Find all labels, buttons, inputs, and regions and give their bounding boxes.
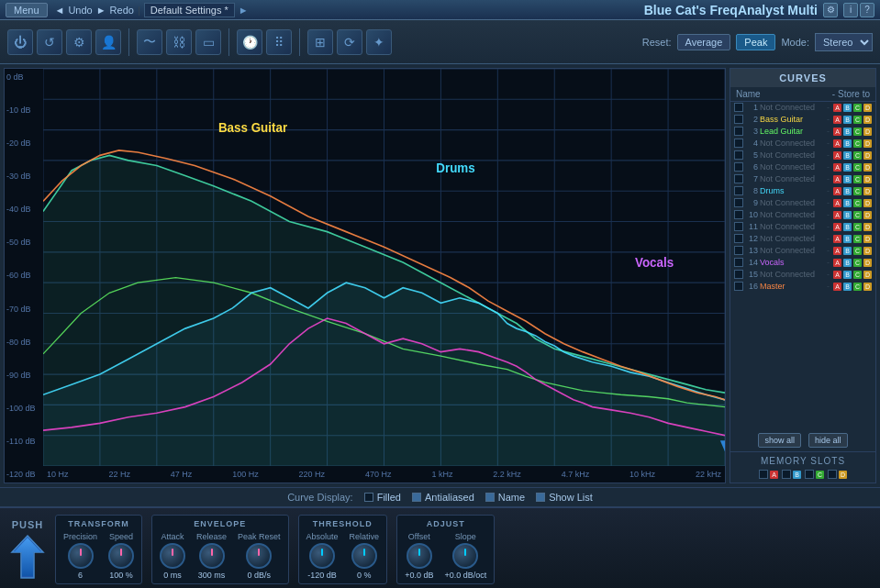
memory-check-b[interactable]	[782, 470, 791, 479]
preset-selector[interactable]: Default Settings *	[144, 3, 235, 17]
memory-b-btn[interactable]: B	[793, 471, 801, 479]
curve-6-d[interactable]: D	[863, 163, 872, 172]
push-button[interactable]	[9, 534, 46, 580]
curve-6-a[interactable]: A	[833, 163, 841, 172]
curve-check-14[interactable]	[734, 258, 743, 267]
curve-3-d[interactable]: D	[863, 128, 872, 136]
memory-a-btn[interactable]: A	[770, 471, 778, 479]
memory-check-c[interactable]	[805, 470, 814, 479]
curve-1-b[interactable]: B	[843, 104, 852, 112]
curve-check-12[interactable]	[734, 234, 743, 243]
curve-11-d[interactable]: D	[863, 223, 872, 231]
peak-button[interactable]: Peak	[736, 34, 775, 50]
dots-icon[interactable]: ⠿	[266, 29, 292, 55]
curve-11-c[interactable]: C	[853, 223, 862, 231]
curve-2-c[interactable]: C	[853, 116, 862, 124]
loop-icon[interactable]: ⟳	[337, 29, 362, 55]
average-button[interactable]: Average	[677, 34, 731, 50]
antialiased-checkbox[interactable]	[412, 493, 421, 502]
help-button[interactable]: ?	[860, 3, 874, 17]
curve-12-d[interactable]: D	[863, 235, 872, 243]
redo-button[interactable]: Redo	[110, 5, 134, 16]
wave-icon[interactable]: 〜	[137, 29, 162, 55]
curve-check-15[interactable]	[734, 270, 743, 279]
curve-1-a[interactable]: A	[833, 104, 841, 112]
curve-check-10[interactable]	[734, 210, 743, 219]
curve-5-b[interactable]: B	[843, 151, 852, 160]
attack-knob[interactable]	[160, 543, 185, 569]
curve-8-a[interactable]: A	[833, 187, 841, 195]
peak-reset-knob[interactable]	[246, 543, 272, 569]
memory-check-d[interactable]	[828, 470, 837, 479]
curve-10-c[interactable]: C	[853, 211, 862, 219]
curve-10-b[interactable]: B	[843, 211, 852, 219]
curve-9-d[interactable]: D	[863, 199, 872, 207]
curve-4-d[interactable]: D	[863, 139, 872, 148]
curve-8-d[interactable]: D	[863, 187, 872, 195]
release-knob[interactable]	[199, 543, 225, 569]
curve-check-7[interactable]	[734, 174, 743, 183]
curve-16-d[interactable]: D	[863, 283, 872, 291]
curve-10-d[interactable]: D	[863, 211, 872, 219]
show-list-checkbox[interactable]	[536, 493, 545, 502]
curve-14-b[interactable]: B	[843, 259, 852, 267]
memory-d-btn[interactable]: D	[839, 471, 847, 479]
curve-8-b[interactable]: B	[843, 187, 852, 195]
curve-check-3[interactable]	[734, 127, 743, 136]
absolute-knob[interactable]	[309, 543, 335, 569]
curve-check-9[interactable]	[734, 198, 743, 207]
curve-16-b[interactable]: B	[843, 283, 852, 291]
curve-14-c[interactable]: C	[853, 259, 862, 267]
curve-1-c[interactable]: C	[853, 104, 862, 112]
curve-15-b[interactable]: B	[843, 271, 852, 279]
curve-3-a[interactable]: A	[833, 128, 841, 136]
curve-6-b[interactable]: B	[843, 163, 852, 172]
power-icon[interactable]: ⏻	[7, 29, 33, 55]
undo-button[interactable]: Undo	[68, 5, 92, 16]
curve-7-d[interactable]: D	[863, 175, 872, 183]
curve-13-c[interactable]: C	[853, 247, 862, 255]
curve-check-16[interactable]	[734, 282, 743, 291]
curve-12-b[interactable]: B	[843, 235, 852, 243]
show-list-option[interactable]: Show List	[536, 492, 593, 503]
curve-7-b[interactable]: B	[843, 175, 852, 183]
slope-knob[interactable]	[452, 543, 478, 569]
mode-select[interactable]: Stereo Left Right	[815, 33, 873, 51]
antialiased-option[interactable]: Antialiased	[412, 492, 474, 503]
curve-13-b[interactable]: B	[843, 247, 852, 255]
curve-11-a[interactable]: A	[833, 223, 841, 231]
curve-13-d[interactable]: D	[863, 247, 872, 255]
curve-9-b[interactable]: B	[843, 199, 852, 207]
name-option[interactable]: Name	[485, 492, 525, 503]
precision-knob[interactable]	[68, 543, 94, 569]
curve-check-5[interactable]	[734, 150, 743, 160]
curve-4-b[interactable]: B	[843, 139, 852, 148]
curve-16-a[interactable]: A	[833, 283, 841, 291]
offset-knob[interactable]	[407, 543, 432, 569]
curve-5-a[interactable]: A	[833, 151, 841, 160]
curve-15-a[interactable]: A	[833, 271, 841, 279]
curve-2-b[interactable]: B	[843, 116, 852, 124]
curve-10-a[interactable]: A	[833, 211, 841, 219]
curve-5-c[interactable]: C	[853, 151, 862, 160]
settings-icon[interactable]: ⚙	[823, 3, 838, 17]
curve-12-c[interactable]: C	[853, 235, 862, 243]
curve-16-c[interactable]: C	[853, 283, 862, 291]
curve-check-8[interactable]	[734, 186, 743, 195]
curve-4-a[interactable]: A	[833, 139, 841, 148]
link-icon[interactable]: ⛓	[166, 29, 192, 55]
info-button[interactable]: i	[843, 3, 858, 17]
curve-check-13[interactable]	[734, 246, 743, 255]
curve-check-2[interactable]	[734, 115, 743, 124]
filled-option[interactable]: Filled	[364, 492, 401, 503]
grid-icon[interactable]: ⊞	[307, 29, 333, 55]
star-icon[interactable]: ✦	[366, 29, 392, 55]
curve-11-b[interactable]: B	[843, 223, 852, 231]
curve-check-11[interactable]	[734, 222, 743, 231]
square-icon[interactable]: ▭	[195, 29, 221, 55]
menu-button[interactable]: Menu	[6, 3, 48, 17]
curve-8-c[interactable]: C	[853, 187, 862, 195]
show-all-button[interactable]: show all	[758, 433, 801, 448]
curve-15-c[interactable]: C	[853, 271, 862, 279]
curve-9-a[interactable]: A	[833, 199, 841, 207]
